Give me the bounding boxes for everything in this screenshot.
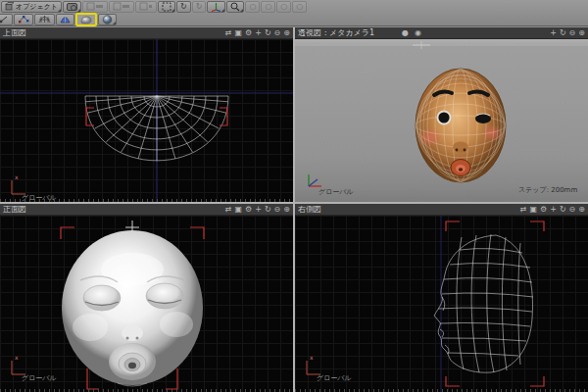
orbit-view-icon[interactable]: ↻	[560, 204, 566, 216]
maximize-view-icon[interactable]: ▣	[234, 204, 242, 216]
object-panel-button[interactable]: オブジェクト	[1, 1, 62, 13]
zoom-in-icon[interactable]: ⊕	[578, 204, 585, 216]
toolbar-row-2-display-modes	[0, 13, 588, 25]
display-smooth-shade-button[interactable]	[75, 13, 97, 26]
tool-extra-3-button[interactable]: ○	[276, 1, 291, 13]
side-view-canvas[interactable]: x グローバル	[295, 216, 588, 392]
view-settings-icon[interactable]: ⚙	[245, 27, 252, 39]
rotate-icon: ↻	[196, 3, 203, 11]
viewport-front-view[interactable]: 正面図 ⇄ ▣ ⚙ + ↻ ⊖ ⊕	[0, 204, 293, 392]
display-cut-button[interactable]	[0, 14, 13, 25]
dropdown-corner	[58, 9, 61, 12]
wireframe-icon	[38, 15, 51, 24]
viewport-label: 右側図	[298, 204, 321, 216]
pan-view-icon[interactable]: +	[550, 204, 557, 216]
axis-triad-icon	[211, 2, 221, 12]
viewport-top-view[interactable]: 上面図 ⇄ ▣ ⚙ + ↻ ⊖ ⊕	[0, 27, 293, 202]
flat-shade-icon	[60, 15, 71, 24]
display-wireframe-button[interactable]	[34, 14, 55, 25]
dropdown-corner	[240, 9, 243, 12]
orbit-view-icon[interactable]: ↻	[265, 27, 271, 39]
camera-icon	[67, 3, 77, 11]
edit-scale-button[interactable]	[135, 1, 157, 13]
perspective-canvas[interactable]: グローバル ステップ: 200mm	[295, 39, 588, 202]
zoom-in-icon[interactable]: ⊕	[283, 27, 290, 39]
tool-extra-1-button[interactable]: ○	[245, 1, 260, 13]
zoom-out-icon[interactable]: ⊖	[274, 204, 281, 216]
rotate-view-button[interactable]: ↻	[176, 1, 191, 13]
flip-view-icon[interactable]: ⇄	[520, 204, 527, 216]
viewport-side-view[interactable]: 右側図 ⇄ ▣ ⚙ + ↻ ⊖ ⊕	[295, 204, 588, 392]
circle-icon: ○	[296, 3, 303, 11]
wireframe-head-side-view	[434, 234, 533, 372]
dropdown-corner	[221, 9, 224, 12]
flip-view-icon[interactable]: ⇄	[225, 204, 232, 216]
camera-button[interactable]	[63, 1, 81, 13]
origin-label: グローバル	[318, 188, 354, 196]
wireframe-head-top-view	[85, 96, 228, 161]
zoom-out-icon[interactable]: ⊖	[274, 27, 281, 39]
vertices-icon	[18, 15, 29, 24]
camera-option-b-icon[interactable]: ◉	[415, 27, 421, 39]
textured-head-perspective	[416, 69, 506, 202]
tool-extra-2-button[interactable]: ○	[261, 1, 275, 13]
axis-label: x	[15, 354, 19, 361]
axis-gizmo: x グローバル	[12, 354, 57, 382]
magnifier-icon	[230, 2, 240, 12]
camera-option-a-icon[interactable]: ●	[402, 27, 409, 39]
viewport-header-icons: ⇄ ▣ ⚙ + ↻ ⊖ ⊕	[225, 27, 290, 39]
modeler-window: オブジェクト	[0, 0, 588, 392]
rotate-alt-button[interactable]: ↻	[192, 1, 207, 13]
tool-extra-4-button[interactable]: ○	[292, 1, 307, 13]
axis-display-button[interactable]	[207, 1, 225, 13]
grid-step-label: ステップ: 200mm	[518, 186, 577, 194]
view-settings-icon[interactable]: ⚙	[540, 204, 547, 216]
grid-ruler	[0, 199, 293, 202]
front-view-canvas[interactable]: x グローバル	[0, 216, 293, 392]
edit-copy-button[interactable]	[109, 1, 134, 13]
display-vertices-button[interactable]	[14, 14, 33, 25]
maximize-view-icon[interactable]: ▣	[234, 27, 242, 39]
zoom-out-icon[interactable]: ⊖	[569, 204, 576, 216]
scale-icon	[139, 2, 153, 11]
shaded-head-front-view	[62, 230, 203, 386]
viewport-perspective[interactable]: 透視図：メタカメラ1 ● ◉ + ↻ ⊖ ⊕	[295, 27, 588, 202]
orbit-view-icon[interactable]: ↻	[560, 27, 566, 39]
zoom-in-icon[interactable]: ⊕	[283, 204, 290, 216]
display-flat-shade-button[interactable]	[56, 14, 74, 25]
object-button-label: オブジェクト	[16, 2, 58, 12]
origin-label: グローバル	[317, 374, 352, 382]
top-view-canvas[interactable]: x グローバル	[0, 39, 293, 202]
viewport-header-icons: ⇄ ▣ ⚙ + ↻ ⊖ ⊕	[225, 204, 290, 216]
origin-label: グローバル	[22, 374, 57, 382]
display-texture-button[interactable]	[98, 14, 117, 25]
viewport-grid: 上面図 ⇄ ▣ ⚙ + ↻ ⊖ ⊕	[0, 27, 588, 392]
move-icon	[86, 2, 104, 11]
selection-rect-icon	[162, 2, 172, 12]
axis-gizmo: x グローバル	[307, 354, 352, 382]
axis-label: x	[15, 173, 19, 180]
edit-move-button[interactable]	[82, 1, 108, 13]
viewport-header-icons: ⇄ ▣ ⚙ + ↻ ⊖ ⊕	[520, 204, 585, 216]
axis-gizmo: グローバル	[309, 174, 354, 196]
pan-view-icon[interactable]: +	[550, 27, 557, 39]
cube-icon	[5, 2, 14, 11]
viewport-top-view-header: 上面図 ⇄ ▣ ⚙ + ↻ ⊖ ⊕	[0, 27, 293, 39]
selection-button[interactable]	[158, 1, 175, 13]
zoom-out-icon[interactable]: ⊖	[569, 27, 576, 39]
clipped-icon	[0, 15, 9, 24]
dropdown-corner	[113, 22, 116, 24]
pan-view-icon[interactable]: +	[255, 27, 262, 39]
textured-sphere-icon	[102, 15, 113, 24]
zoom-tool-button[interactable]	[226, 1, 244, 13]
flip-view-icon[interactable]: ⇄	[225, 27, 232, 39]
orbit-view-icon[interactable]: ↻	[265, 204, 271, 216]
viewport-label: 正面図	[3, 204, 26, 216]
pan-view-icon[interactable]: +	[255, 204, 262, 216]
circle-icon: ○	[280, 3, 287, 11]
axis-label: x	[310, 354, 314, 361]
zoom-in-icon[interactable]: ⊕	[578, 27, 585, 39]
maximize-view-icon[interactable]: ▣	[529, 204, 537, 216]
dropdown-corner	[77, 9, 80, 12]
view-settings-icon[interactable]: ⚙	[245, 204, 252, 216]
